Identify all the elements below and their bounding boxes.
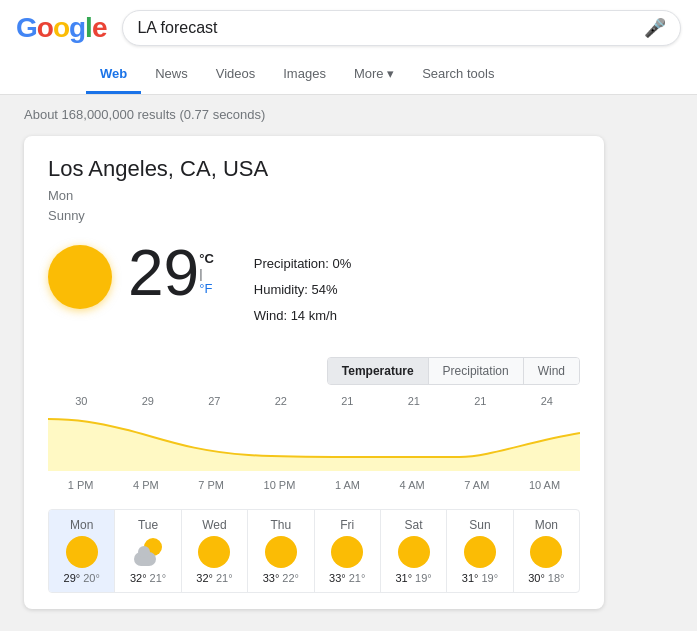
forecast-sun-icon: [66, 536, 98, 568]
microphone-icon[interactable]: 🎤: [644, 17, 666, 39]
google-logo: Google: [16, 12, 106, 44]
forecast-day-sat[interactable]: Sat 31° 19°: [381, 510, 447, 592]
humidity-value: 54%: [312, 282, 338, 297]
humidity-label: Humidity:: [254, 282, 308, 297]
unit-celsius[interactable]: °C: [199, 251, 214, 266]
weather-details: Precipitation: 0% Humidity: 54% Wind: 14…: [254, 241, 352, 329]
location-name: Los Angeles, CA, USA: [48, 156, 580, 182]
forecast-partly-cloudy-icon: [132, 536, 164, 568]
wind-row: Wind: 14 km/h: [254, 303, 352, 329]
tab-images[interactable]: Images: [269, 56, 340, 94]
wind-value: 14 km/h: [291, 308, 337, 323]
search-bar: 🎤: [122, 10, 681, 46]
forecast-day-fri[interactable]: Fri 33° 21°: [315, 510, 381, 592]
forecast-day-mon-selected[interactable]: Mon 29° 20°: [49, 510, 115, 592]
unit-fahrenheit[interactable]: °F: [199, 281, 214, 296]
forecast-day-wed[interactable]: Wed 32° 21°: [182, 510, 248, 592]
forecast-sun-icon: [198, 536, 230, 568]
tab-precipitation[interactable]: Precipitation: [429, 358, 524, 384]
tab-news[interactable]: News: [141, 56, 202, 94]
search-input[interactable]: [137, 19, 644, 37]
current-weather: 29 °C | °F Precipitation: 0% Humidity: 5…: [48, 241, 580, 329]
header: Google 🎤 Web News Videos Images More ▾ S…: [0, 0, 697, 95]
forecast-sun-icon: [464, 536, 496, 568]
results-count: About 168,000,000 results (0.77 seconds): [24, 107, 673, 122]
forecast-sun-icon: [398, 536, 430, 568]
humidity-row: Humidity: 54%: [254, 277, 352, 303]
day-label: Mon: [48, 186, 580, 206]
condition-label: Sunny: [48, 206, 580, 226]
precipitation-value: 0%: [333, 256, 352, 271]
wind-label: Wind:: [254, 308, 287, 323]
chart-tabs: Temperature Precipitation Wind: [327, 357, 580, 385]
unit-separator: |: [199, 266, 214, 281]
tab-search-tools[interactable]: Search tools: [408, 56, 508, 94]
tab-temperature[interactable]: Temperature: [328, 358, 429, 384]
tab-web[interactable]: Web: [86, 56, 141, 94]
nav-tabs: Web News Videos Images More ▾ Search too…: [16, 56, 681, 94]
tab-wind[interactable]: Wind: [524, 358, 579, 384]
precipitation-row: Precipitation: 0%: [254, 251, 352, 277]
main-content: About 168,000,000 results (0.77 seconds)…: [0, 95, 697, 621]
hourly-chart: 30 29 27 22 21 21 21 24 1 PM 4 PM 7 PM 1…: [48, 395, 580, 495]
forecast-day-mon[interactable]: Mon 30° 18°: [514, 510, 579, 592]
temperature-block: 29 °C | °F: [128, 241, 214, 305]
tab-videos[interactable]: Videos: [202, 56, 270, 94]
forecast-day-tue[interactable]: Tue 32° 21°: [115, 510, 181, 592]
weekly-forecast: Mon 29° 20° Tue 32° 21° Wed 32° 21: [48, 509, 580, 593]
weather-card: Los Angeles, CA, USA Mon Sunny 29 °C | °…: [24, 136, 604, 609]
sun-icon: [48, 245, 112, 309]
forecast-day-sun[interactable]: Sun 31° 19°: [447, 510, 513, 592]
header-top: Google 🎤: [16, 10, 681, 56]
forecast-sun-icon: [530, 536, 562, 568]
precipitation-label: Precipitation:: [254, 256, 329, 271]
tab-more[interactable]: More ▾: [340, 56, 408, 94]
forecast-sun-icon: [265, 536, 297, 568]
chart-temp-labels: 30 29 27 22 21 21 21 24: [48, 395, 580, 411]
forecast-sun-icon: [331, 536, 363, 568]
temperature-value: 29: [128, 241, 199, 305]
chart-time-labels: 1 PM 4 PM 7 PM 10 PM 1 AM 4 AM 7 AM 10 A…: [48, 479, 580, 491]
temperature-units: °C | °F: [199, 241, 214, 296]
temperature-chart-svg: [48, 411, 580, 471]
forecast-day-thu[interactable]: Thu 33° 22°: [248, 510, 314, 592]
